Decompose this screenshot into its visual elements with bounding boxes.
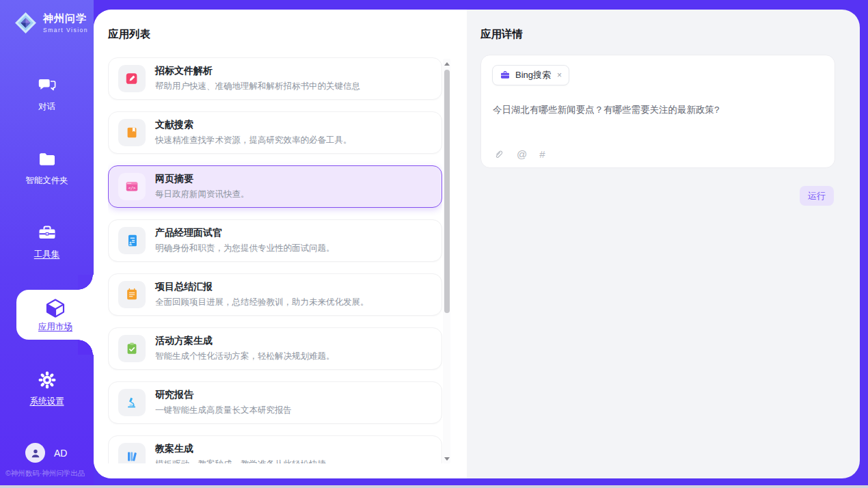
sidebar-footer-text: ©神州数码·神州问学出品 <box>5 469 94 478</box>
app-list-panel: 应用列表 招标文件解析 帮助用户快速、准确地理解和解析招标书中的关键信息 <box>94 10 467 478</box>
app-description: 快速精准查找学术资源，提高研究效率的必备工具。 <box>155 135 352 146</box>
report-note-icon <box>118 281 146 308</box>
app-detail-panel: 应用详情 Bing搜索 × 今日湖北有哪些新闻要点？有哪些需要关注的最新政策? … <box>467 10 860 478</box>
user-row[interactable]: AD <box>25 443 67 463</box>
briefcase-icon <box>500 70 511 81</box>
svg-text:</>: </> <box>128 185 136 190</box>
mention-icon[interactable]: @ <box>517 148 527 160</box>
toolbox-icon <box>0 223 94 243</box>
app-name: 研究报告 <box>155 389 292 401</box>
brand-logo: 神州问学 Smart Vision <box>14 11 88 35</box>
app-description: 全面回顾项目进展，总结经验教训，助力未来优化发展。 <box>155 297 369 308</box>
bottom-edge-strip <box>0 485 868 488</box>
app-card-project-summary[interactable]: 项目总结汇报 全面回顾项目进展，总结经验教训，助力未来优化发展。 <box>108 273 442 316</box>
app-card-research-report[interactable]: 研究报告 一键智能生成高质量长文本研究报告 <box>108 381 442 424</box>
app-description: 明确身份和职责，为您提供专业性的面试问题。 <box>155 243 335 254</box>
app-name: 招标文件解析 <box>155 65 360 77</box>
browser-code-icon: </> <box>118 173 146 200</box>
sidebar-item-smart-folder[interactable]: 智能文件夹 <box>0 149 94 187</box>
app-description: 一键智能生成高质量长文本研究报告 <box>155 405 292 416</box>
app-description: 模板驱动，教案秒成，教学准备从此轻松快捷 <box>155 459 326 463</box>
sidebar-item-system-settings[interactable]: 系统设置 <box>0 370 94 407</box>
active-tab-curve-top <box>78 275 94 290</box>
app-name: 项目总结汇报 <box>155 281 369 293</box>
app-description: 每日政府新闻资讯快查。 <box>155 189 249 200</box>
app-list-scrollbar[interactable] <box>443 59 450 463</box>
gear-icon <box>0 370 94 390</box>
brand-name: 神州问学 <box>43 12 88 25</box>
sidebar-item-app-market[interactable]: 应用市场 <box>16 290 94 340</box>
user-avatar-icon[interactable] <box>25 443 45 463</box>
scrollbar-thumb[interactable] <box>444 70 450 313</box>
app-card-literature-search[interactable]: 文献搜索 快速精准查找学术资源，提高研究效率的必备工具。 <box>108 111 442 154</box>
brand-subtitle: Smart Vision <box>43 27 88 33</box>
app-name: 产品经理面试官 <box>155 227 335 239</box>
app-name: 活动方案生成 <box>155 335 335 347</box>
app-name: 文献搜索 <box>155 119 352 131</box>
sidebar: 神州问学 Smart Vision 对话 智能文件夹 工具集 <box>0 0 94 488</box>
user-label: AD <box>54 448 67 459</box>
sidebar-item-label: 系统设置 <box>30 396 64 406</box>
app-description: 帮助用户快速、准确地理解和解析招标书中的关键信息 <box>155 81 360 92</box>
sidebar-item-label: 应用市场 <box>38 321 72 333</box>
app-description: 智能生成个性化活动方案，轻松解决规划难题。 <box>155 351 335 362</box>
edit-document-icon <box>118 65 146 92</box>
tool-tag-bing-search[interactable]: Bing搜索 × <box>492 65 569 85</box>
sidebar-item-label: 对话 <box>38 102 55 111</box>
close-icon[interactable]: × <box>557 70 562 80</box>
book-icon <box>118 119 146 146</box>
tool-tag-label: Bing搜索 <box>515 69 551 81</box>
microscope-icon <box>118 389 146 416</box>
books-icon <box>118 443 146 463</box>
app-card-web-summary[interactable]: </> 网页摘要 每日政府新闻资讯快查。 <box>108 165 442 208</box>
active-tab-curve-bottom <box>78 340 94 355</box>
app-card-event-plan[interactable]: 活动方案生成 智能生成个性化活动方案，轻松解决规划难题。 <box>108 327 442 370</box>
chat-icon <box>0 75 94 96</box>
sidebar-item-label: 工具集 <box>34 249 60 259</box>
scroll-up-arrow-icon[interactable] <box>443 59 450 68</box>
main-content: 应用列表 招标文件解析 帮助用户快速、准确地理解和解析招标书中的关键信息 <box>94 10 860 478</box>
sidebar-item-label: 智能文件夹 <box>25 176 68 185</box>
app-detail-title: 应用详情 <box>480 27 523 42</box>
app-name: 教案生成 <box>155 443 326 455</box>
diamond-logo-icon <box>14 11 38 35</box>
app-list-title: 应用列表 <box>108 27 150 42</box>
app-card-list: 招标文件解析 帮助用户快速、准确地理解和解析招标书中的关键信息 文献搜索 快速精… <box>108 57 442 463</box>
paperclip-icon[interactable] <box>493 148 504 160</box>
interview-document-icon <box>118 227 146 254</box>
query-text[interactable]: 今日湖北有哪些新闻要点？有哪些需要关注的最新政策? <box>493 103 821 117</box>
app-card-bid-parse[interactable]: 招标文件解析 帮助用户快速、准确地理解和解析招标书中的关键信息 <box>108 57 442 100</box>
input-toolbar: @ # <box>493 148 545 160</box>
clipboard-check-icon <box>118 335 146 362</box>
app-window: 应用列表 招标文件解析 帮助用户快速、准确地理解和解析招标书中的关键信息 <box>0 0 868 488</box>
sidebar-item-chat[interactable]: 对话 <box>0 75 94 113</box>
hash-icon[interactable]: # <box>539 148 545 160</box>
app-name: 网页摘要 <box>155 173 249 185</box>
folder-icon <box>0 149 94 170</box>
scroll-down-arrow-icon[interactable] <box>443 455 450 463</box>
app-card-pm-interviewer[interactable]: 产品经理面试官 明确身份和职责，为您提供专业性的面试问题。 <box>108 219 442 262</box>
cube-icon <box>44 297 66 319</box>
sidebar-item-toolset[interactable]: 工具集 <box>0 223 94 260</box>
run-button[interactable]: 运行 <box>800 186 834 206</box>
app-card-lesson-plan[interactable]: 教案生成 模板驱动，教案秒成，教学准备从此轻松快捷 <box>108 435 442 463</box>
query-input-card[interactable]: Bing搜索 × 今日湖北有哪些新闻要点？有哪些需要关注的最新政策? @ # <box>480 55 835 168</box>
